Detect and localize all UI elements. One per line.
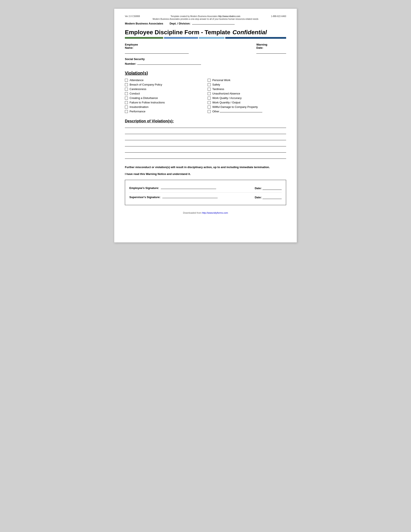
- read-notice: I have read this Warning Notice and unde…: [125, 172, 286, 176]
- color-bar-light-blue: [164, 37, 198, 39]
- supervisor-sig-row: Supervisor's Signature: Date:: [129, 192, 282, 201]
- checkbox-icon[interactable]: [125, 79, 128, 82]
- signature-box: Employee's Signature: Date: Supervisor's…: [125, 180, 286, 205]
- company-name: Modern Business Associates: [125, 22, 163, 25]
- main-title: Employee Discipline Form - Template Conf…: [125, 29, 286, 36]
- description-lines: [125, 128, 286, 159]
- checkbox-icon[interactable]: [208, 83, 211, 86]
- checkbox-icon[interactable]: [208, 110, 211, 113]
- employee-name-label: EmployeeName:: [125, 43, 189, 49]
- desc-line-3[interactable]: [125, 140, 286, 140]
- checkbox-icon[interactable]: [208, 92, 211, 95]
- desc-line-4[interactable]: [125, 146, 286, 146]
- supervisor-date-input[interactable]: [262, 199, 282, 199]
- employee-date-input[interactable]: [262, 190, 282, 190]
- list-item[interactable]: Creating a Disturbance: [125, 96, 203, 100]
- employee-date-group: Date:: [255, 187, 282, 190]
- list-item[interactable]: Other: [208, 110, 286, 113]
- list-item[interactable]: Personal Work: [208, 78, 286, 82]
- desc-line-5[interactable]: [125, 152, 286, 152]
- list-item[interactable]: Work Quantity / Output: [208, 101, 286, 104]
- footer: Downloaded from http://www.tidyforms.com: [125, 211, 286, 214]
- employee-name-input[interactable]: [125, 50, 189, 54]
- header-sub: Modern Business Associates provides a on…: [125, 18, 286, 20]
- employee-sig-input[interactable]: [161, 189, 216, 189]
- supervisor-sig-group: Supervisor's Signature:: [129, 195, 218, 199]
- checkbox-icon[interactable]: [125, 105, 128, 109]
- checkbox-icon[interactable]: [125, 101, 128, 104]
- checkbox-icon[interactable]: [208, 79, 211, 82]
- warning-date-group: WarningDate:: [256, 43, 286, 54]
- warning-notice: Further misconduct or violation(s) will …: [125, 165, 286, 169]
- title-text: Employee Discipline Form - Template: [125, 29, 230, 36]
- warning-date-input[interactable]: [256, 50, 286, 54]
- desc-line-6[interactable]: [125, 159, 286, 159]
- version-label: Ver 2.0 CS0808: [125, 15, 140, 18]
- violations-right-col: Personal WorkSafetyTardinessUnauthorized…: [208, 78, 286, 113]
- list-item[interactable]: Attendance: [125, 78, 203, 82]
- ssn-input[interactable]: [137, 61, 201, 65]
- list-item[interactable]: Carelessness: [125, 87, 203, 91]
- footer-link[interactable]: http://www.tidyforms.com: [202, 211, 228, 214]
- desc-line-1[interactable]: [125, 128, 286, 128]
- checkbox-icon[interactable]: [208, 88, 211, 91]
- checkbox-icon[interactable]: [125, 88, 128, 91]
- checkbox-icon[interactable]: [125, 92, 128, 95]
- header-meta: Ver 2.0 CS0808 Template created by Moder…: [125, 15, 286, 18]
- dept-label: Dept. / Division:: [169, 22, 235, 25]
- employee-date-label: Date:: [255, 187, 262, 190]
- list-item[interactable]: Performance: [125, 110, 203, 113]
- supervisor-sig-label: Supervisor's Signature:: [129, 196, 160, 199]
- color-bar-green: [125, 37, 163, 39]
- checkbox-icon[interactable]: [125, 97, 128, 100]
- checkbox-icon[interactable]: [125, 83, 128, 86]
- checkbox-icon[interactable]: [208, 101, 211, 104]
- footer-text: Downloaded from: [183, 211, 201, 214]
- checkbox-icon[interactable]: [125, 110, 128, 113]
- list-item[interactable]: Failure to Follow Instructions: [125, 101, 203, 104]
- other-input[interactable]: [220, 112, 262, 112]
- list-item[interactable]: Willful Damage to Company Property: [208, 105, 286, 109]
- color-bar: [125, 37, 286, 39]
- document-page: Ver 2.0 CS0808 Template created by Moder…: [114, 9, 297, 243]
- employee-sig-row: Employee's Signature: Date:: [129, 183, 282, 192]
- ssn-section: Social SecurityNumber:: [125, 57, 286, 66]
- employee-warning-row: EmployeeName: WarningDate:: [125, 43, 286, 54]
- checkbox-icon[interactable]: [208, 105, 211, 109]
- description-title: Description of Violation(s):: [125, 119, 286, 124]
- list-item[interactable]: Tardiness: [208, 87, 286, 91]
- phone-label: 1-888-622-6460: [271, 15, 286, 18]
- list-item[interactable]: Breach of Company Policy: [125, 83, 203, 86]
- violations-grid: AttendanceBreach of Company PolicyCarele…: [125, 78, 286, 113]
- color-bar-sky-blue: [199, 37, 224, 39]
- company-dept-line: Modern Business Associates Dept. / Divis…: [125, 22, 286, 25]
- template-credit: Template created by Modern Business Asso…: [140, 15, 271, 18]
- list-item[interactable]: Insubordination: [125, 105, 203, 109]
- violations-title: Violation(s): [125, 71, 286, 76]
- list-item[interactable]: Conduct: [125, 92, 203, 95]
- violations-left-col: AttendanceBreach of Company PolicyCarele…: [125, 78, 203, 113]
- supervisor-sig-input[interactable]: [162, 198, 218, 198]
- employee-sig-label: Employee's Signature:: [129, 186, 159, 190]
- supervisor-date-label: Date:: [255, 196, 262, 199]
- employee-name-group: EmployeeName:: [125, 43, 189, 54]
- color-bar-dark-blue: [225, 37, 286, 39]
- website-link[interactable]: http://www.mbahro.com: [218, 15, 240, 18]
- list-item[interactable]: Work Quality / Accuracy: [208, 96, 286, 100]
- confidential-label: Confidential: [233, 29, 267, 36]
- warning-date-label: WarningDate:: [256, 43, 286, 49]
- list-item[interactable]: Unauthorized Absence: [208, 92, 286, 95]
- supervisor-date-group: Date:: [255, 196, 282, 199]
- checkbox-icon[interactable]: [208, 97, 211, 100]
- employee-sig-group: Employee's Signature:: [129, 186, 216, 190]
- desc-line-2[interactable]: [125, 134, 286, 134]
- list-item[interactable]: Safety: [208, 83, 286, 86]
